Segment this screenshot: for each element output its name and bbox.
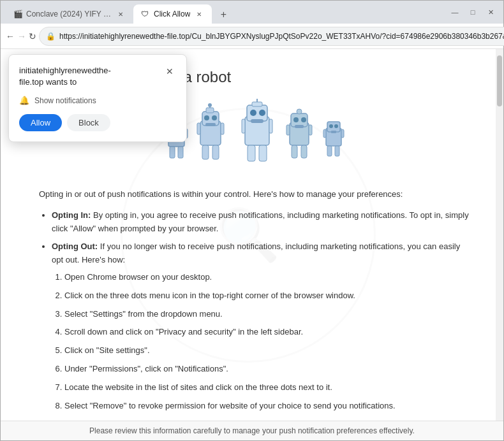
svg-point-46 — [334, 124, 338, 128]
svg-rect-18 — [212, 145, 219, 159]
maximize-button[interactable]: □ — [465, 4, 480, 20]
opting-in-bold: Opting In: — [52, 210, 91, 220]
svg-rect-39 — [309, 125, 312, 135]
minimize-button[interactable]: — — [447, 4, 463, 20]
opting-out-bold: Opting Out: — [52, 242, 98, 251]
svg-point-42 — [297, 109, 302, 114]
svg-point-45 — [329, 124, 333, 128]
svg-rect-14 — [205, 123, 216, 126]
popup-site-title: initiatehighlyrenewedthe- file.top wants… — [19, 65, 111, 88]
svg-rect-49 — [341, 129, 344, 138]
title-bar: 🎬 Conclave (2024) YIFY – Downlo... ✕ 🛡 C… — [1, 1, 503, 24]
svg-point-36 — [301, 117, 306, 122]
svg-rect-41 — [301, 145, 307, 158]
svg-rect-26 — [251, 119, 263, 123]
svg-rect-17 — [202, 145, 209, 159]
svg-rect-7 — [170, 147, 175, 158]
opting-out-item: Opting Out: If you no longer wish to rec… — [52, 240, 470, 412]
address-lock-icon: 🔒 — [46, 32, 56, 41]
step-3: Select "Settings" from the dropdown menu… — [64, 308, 470, 321]
svg-rect-27 — [242, 119, 245, 133]
step-8: Select "Remove" to revoke permission for… — [64, 400, 470, 413]
opting-out-text: If you no longer wish to receive push no… — [52, 242, 460, 264]
tab-1-favicon: 🎬 — [13, 10, 22, 18]
step-7: Locate the website in the list of sites … — [64, 381, 470, 394]
scrollbar[interactable] — [496, 49, 503, 421]
window-controls: — □ ✕ — [447, 4, 498, 20]
close-button[interactable]: ✕ — [483, 4, 498, 20]
svg-point-35 — [293, 117, 299, 122]
footer-text: Please review this information carefully… — [89, 426, 415, 435]
tab-2-label: Click Allow — [154, 10, 190, 18]
content-area: 🔍 initiatehighlyrenewedthe- file.top wan… — [1, 49, 503, 421]
svg-rect-19 — [206, 108, 214, 113]
footer: Please review this information carefully… — [1, 421, 503, 440]
svg-rect-50 — [327, 146, 332, 156]
bell-icon: 🔔 — [19, 96, 29, 105]
allow-button[interactable]: Allow — [19, 114, 62, 131]
svg-point-25 — [259, 110, 265, 116]
opting-section: Opting In: By opting in, you agree to re… — [39, 209, 470, 413]
block-button[interactable]: Block — [67, 114, 110, 131]
scrollbar-thumb[interactable] — [497, 55, 502, 106]
popup-notification-row: 🔔 Show notifications — [19, 96, 176, 105]
browser-window: 🎬 Conclave (2024) YIFY – Downlo... ✕ 🛡 C… — [0, 0, 504, 441]
svg-point-24 — [250, 110, 256, 116]
new-tab-button[interactable]: + — [214, 6, 232, 24]
svg-rect-44 — [327, 122, 340, 132]
step-1: Open Chrome browser on your desktop. — [64, 271, 470, 284]
svg-rect-28 — [269, 119, 272, 133]
tab-2-close[interactable]: ✕ — [194, 9, 204, 19]
tab-1[interactable]: 🎬 Conclave (2024) YIFY – Downlo... ✕ — [6, 4, 133, 24]
step-5: Click on "Site settings". — [64, 344, 470, 358]
page-content: 🔍 initiatehighlyrenewedthe- file.top wan… — [1, 49, 496, 421]
step-6: Under "Permissions", click on "Notificat… — [64, 363, 470, 376]
step-2: Click on the three dots menu icon in the… — [64, 289, 470, 303]
popup-close-button[interactable]: ✕ — [163, 65, 176, 78]
svg-rect-37 — [295, 125, 304, 128]
svg-rect-31 — [252, 102, 262, 106]
tab-bar: 🎬 Conclave (2024) YIFY – Downlo... ✕ 🛡 C… — [6, 1, 442, 24]
svg-rect-38 — [286, 125, 290, 135]
svg-rect-51 — [335, 146, 339, 156]
forward-button[interactable]: → — [17, 27, 26, 45]
svg-rect-8 — [178, 147, 183, 158]
svg-rect-30 — [259, 145, 267, 161]
steps-list: Open Chrome browser on your desktop.Clic… — [64, 271, 470, 412]
popup-header: initiatehighlyrenewedthe- file.top wants… — [19, 65, 176, 88]
tab-2-favicon: 🛡 — [141, 10, 150, 18]
svg-rect-29 — [248, 145, 255, 161]
reload-button[interactable]: ↻ — [29, 27, 36, 45]
svg-point-13 — [212, 115, 217, 120]
svg-point-21 — [208, 103, 212, 107]
svg-point-12 — [204, 115, 209, 120]
nav-bar: ← → ↻ 🔒 https://initiatehighlyrenewedthe… — [1, 24, 503, 49]
svg-rect-40 — [292, 145, 297, 158]
intro-text: Opting in or out of push notifications i… — [39, 188, 470, 201]
svg-rect-48 — [323, 129, 326, 138]
address-url: https://initiatehighlyrenewedthe-file.to… — [59, 32, 504, 41]
tab-1-close[interactable]: ✕ — [115, 9, 126, 19]
notification-popup: initiatehighlyrenewedthe- file.top wants… — [8, 54, 187, 142]
address-bar[interactable]: 🔒 https://initiatehighlyrenewedthe-file.… — [39, 27, 504, 46]
popup-buttons: Allow Block — [19, 114, 176, 131]
opting-in-item: Opting In: By opting in, you agree to re… — [52, 209, 470, 236]
step-4: Scroll down and click on "Privacy and se… — [64, 326, 470, 339]
back-button[interactable]: ← — [6, 27, 15, 45]
tab-2[interactable]: 🛡 Click Allow ✕ — [133, 4, 212, 24]
opting-in-text: By opting in, you agree to receive push … — [52, 210, 469, 233]
tab-1-label: Conclave (2024) YIFY – Downlo... — [26, 10, 112, 18]
svg-rect-15 — [197, 123, 200, 134]
popup-notification-label: Show notifications — [34, 96, 96, 105]
svg-rect-16 — [221, 123, 224, 134]
svg-rect-47 — [331, 131, 336, 133]
